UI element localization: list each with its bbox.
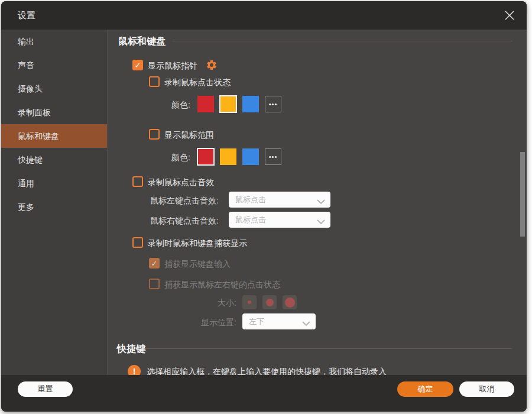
settings-content: 鼠标和键盘 ✓ 显示鼠标指针 录制鼠标点击状态 颜色: ••• 显示鼠标范围 颜… (108, 30, 527, 375)
click-color-red-swatch[interactable] (197, 96, 214, 112)
record-click-sound-checkbox[interactable] (132, 176, 143, 187)
sidebar-item-recording-panel[interactable]: 录制面板 (1, 101, 107, 124)
check-icon: ✓ (135, 61, 141, 70)
section-title-hotkeys: 快捷键 (117, 343, 145, 355)
position-label: 显示位置: (201, 318, 236, 328)
range-color-more-button[interactable]: ••• (265, 148, 281, 165)
range-color-red-swatch[interactable] (197, 148, 214, 165)
chevron-down-icon (302, 318, 310, 329)
info-icon: ! (128, 365, 141, 375)
show-range-checkbox[interactable] (149, 129, 160, 140)
range-color-yellow-swatch[interactable] (220, 148, 236, 165)
size-large-button[interactable] (283, 295, 297, 309)
show-pointer-checkbox[interactable]: ✓ (132, 60, 143, 70)
sidebar-item-sound[interactable]: 声音 (1, 53, 107, 77)
right-sound-dropdown[interactable]: 鼠标点击 (229, 212, 330, 228)
capture-display-checkbox[interactable] (132, 237, 143, 248)
capture-keyboard-checkbox[interactable]: ✓ (149, 258, 160, 269)
hotkey-info-text: 选择相应输入框，在键盘上输入要使用的快捷键，我们将自动录入 (147, 367, 387, 375)
chevron-down-icon (317, 216, 325, 227)
range-color-label: 颜色: (171, 153, 190, 163)
capture-display-label: 录制时鼠标和键盘捕获显示 (148, 238, 247, 249)
size-small-button[interactable] (242, 295, 257, 309)
right-sound-value: 鼠标点击 (235, 212, 266, 228)
cancel-button[interactable]: 取消 (459, 381, 514, 397)
size-large-dot (285, 297, 295, 308)
scrollbar-thumb[interactable] (520, 152, 525, 237)
click-color-blue-swatch[interactable] (242, 96, 259, 112)
show-range-label: 显示鼠标范围 (164, 130, 214, 141)
section-title-mouse-keyboard: 鼠标和键盘 (118, 35, 166, 48)
check-icon: ✓ (151, 259, 158, 268)
reset-button[interactable]: 重置 (18, 381, 73, 397)
sidebar-item-general[interactable]: 通用 (1, 172, 107, 195)
left-sound-label: 鼠标左键点击音效: (150, 196, 219, 206)
size-small-dot (248, 300, 251, 304)
dialog-title: 设置 (18, 1, 35, 30)
capture-keyboard-label: 捕获显示键盘输入 (164, 259, 231, 270)
gear-icon[interactable] (206, 59, 218, 71)
click-color-more-button[interactable]: ••• (265, 96, 281, 112)
ok-button[interactable]: 确定 (397, 381, 453, 397)
chevron-down-icon (317, 196, 325, 207)
click-color-yellow-swatch[interactable] (220, 96, 236, 112)
sidebar-item-output[interactable]: 输出 (1, 30, 107, 53)
capture-mouse-buttons-checkbox[interactable] (149, 279, 160, 289)
record-click-sound-label: 录制鼠标点击音效 (148, 177, 214, 188)
sidebar-item-camera[interactable]: 摄像头 (1, 77, 107, 101)
size-medium-button[interactable] (262, 295, 277, 309)
size-label: 大小: (218, 298, 236, 309)
range-color-blue-swatch[interactable] (242, 148, 259, 165)
position-dropdown[interactable]: 左下 (242, 313, 316, 329)
title-bar: 设置 (1, 1, 527, 30)
capture-mouse-buttons-label: 捕获显示鼠标左右键的点击状态 (164, 280, 280, 290)
left-sound-dropdown[interactable]: 鼠标点击 (229, 192, 330, 208)
sidebar-item-hotkeys[interactable]: 快捷键 (1, 148, 107, 172)
settings-dialog: 设置 输出 声音 摄像头 录制面板 鼠标和键盘 快捷键 通用 更多 鼠标和键盘 … (1, 1, 527, 412)
right-sound-label: 鼠标右键点击音效: (150, 216, 219, 227)
section-divider (145, 348, 512, 349)
sidebar: 输出 声音 摄像头 录制面板 鼠标和键盘 快捷键 通用 更多 (1, 30, 108, 375)
record-click-state-label: 录制鼠标点击状态 (164, 77, 231, 88)
footer-bar: 重置 确定 取消 (1, 375, 527, 412)
size-medium-dot (266, 299, 274, 306)
click-color-label: 颜色: (171, 100, 190, 111)
section-divider (173, 41, 512, 41)
close-icon[interactable] (503, 9, 516, 22)
sidebar-item-more[interactable]: 更多 (1, 195, 107, 219)
sidebar-item-mouse-keyboard[interactable]: 鼠标和键盘 (1, 124, 107, 148)
left-sound-value: 鼠标点击 (235, 192, 266, 208)
position-value: 左下 (249, 313, 264, 329)
record-click-state-checkbox[interactable] (149, 76, 160, 87)
show-pointer-label: 显示鼠标指针 (148, 61, 197, 72)
